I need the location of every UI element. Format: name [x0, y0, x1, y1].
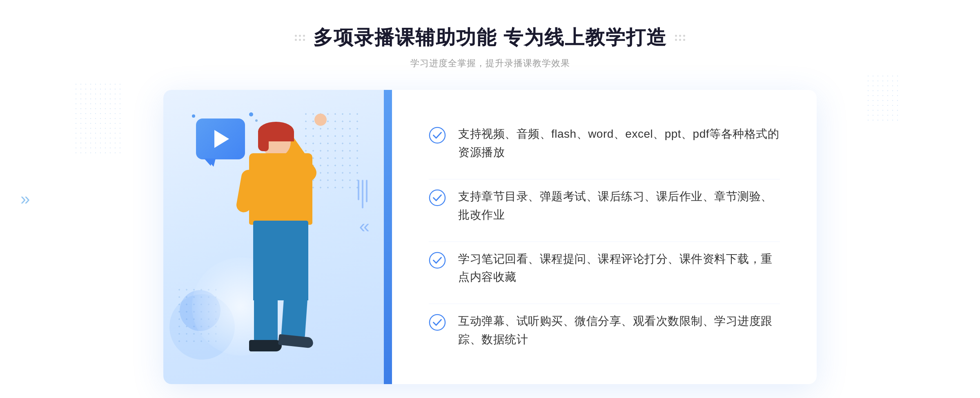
check-icon-1: [429, 127, 446, 144]
decorative-dots-right: [866, 74, 898, 123]
bubble-tail: [204, 159, 213, 166]
feature-text-1: 支持视频、音频、flash、word、excel、ppt、pdf等各种格式的资源…: [458, 125, 780, 162]
feature-text-3: 学习笔记回看、课程提问、课程评论打分、课件资料下载，重点内容收藏: [458, 250, 780, 287]
char-hair-side: [258, 131, 269, 151]
check-icon-4: [429, 314, 446, 331]
illustration-panel: «: [163, 90, 392, 384]
features-panel: 支持视频、音频、flash、word、excel、ppt、pdf等各种格式的资源…: [392, 90, 817, 384]
vert-line-2: [362, 180, 363, 208]
decorative-dots-left: [74, 82, 122, 155]
header-section: 多项录播课辅助功能 专为线上教学打造 学习进度全掌握，提升录播课教学效果: [295, 25, 685, 69]
main-card: «: [163, 90, 817, 384]
vert-line-3: [366, 180, 368, 202]
feature-text-4: 互动弹幕、试听购买、微信分享、观看次数限制、学习进度跟踪、数据统计: [458, 312, 780, 349]
left-chevron-icon: »: [20, 189, 30, 209]
title-dots-right: [675, 35, 685, 41]
sparkle-dot-1: [192, 114, 195, 118]
feature-item-1: 支持视频、音频、flash、word、excel、ppt、pdf等各种格式的资源…: [429, 117, 780, 170]
check-icon-2: [429, 189, 446, 206]
svg-point-2: [430, 252, 445, 268]
feature-item-4: 互动弹幕、试听购买、微信分享、观看次数限制、学习进度跟踪、数据统计: [429, 304, 780, 357]
char-shoe-left: [249, 340, 282, 351]
feature-item-2: 支持章节目录、弹题考试、课后练习、课后作业、章节测验、批改作业: [429, 179, 780, 233]
blue-accent-bar: [384, 90, 392, 384]
vert-line-1: [358, 180, 359, 200]
svg-point-0: [430, 127, 445, 143]
title-row: 多项录播课辅助功能 专为线上教学打造: [295, 25, 685, 51]
svg-point-1: [430, 190, 445, 206]
page-container: » 多项录播课辅助功能 专为线上教学打造: [0, 0, 980, 398]
char-shoe-right: [278, 334, 314, 349]
char-leg-left: [254, 294, 278, 343]
play-triangle-icon: [214, 130, 229, 148]
play-button-bubble: [196, 119, 245, 159]
bg-chevron-icon: «: [359, 217, 370, 235]
sparkle-dot-3: [255, 119, 258, 122]
feature-item-3: 学习笔记回看、课程提问、课程评论打分、课件资料下载，重点内容收藏: [429, 241, 780, 295]
feature-text-2: 支持章节目录、弹题考试、课后练习、课后作业、章节测验、批改作业: [458, 188, 780, 224]
check-icon-3: [429, 252, 446, 269]
char-hand-right: [314, 114, 327, 126]
char-body: [249, 153, 312, 225]
svg-point-3: [430, 315, 445, 330]
char-pants: [253, 221, 308, 300]
title-dots-left: [295, 35, 305, 41]
vertical-lines-decoration: [358, 180, 368, 208]
page-subtitle: 学习进度全掌握，提升录播课教学效果: [295, 57, 685, 69]
page-title: 多项录播课辅助功能 专为线上教学打造: [313, 25, 666, 51]
char-leg-right: [281, 293, 308, 340]
sparkle-dot-2: [249, 112, 253, 116]
